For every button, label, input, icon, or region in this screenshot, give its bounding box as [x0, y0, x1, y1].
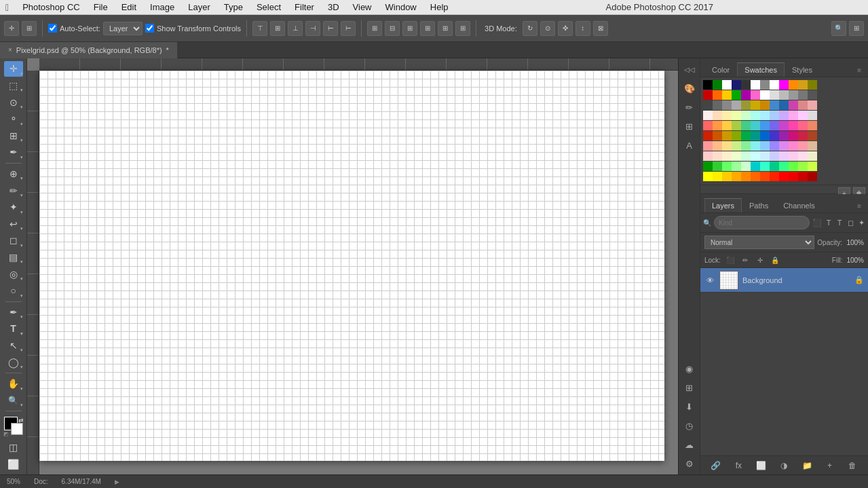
swatch-5-8[interactable] [779, 131, 789, 140]
swatch-1-7[interactable] [770, 90, 779, 100]
swatch-5-7[interactable] [770, 131, 779, 140]
panel-menu-btn[interactable]: ≡ [854, 64, 864, 77]
expand-collapse-btn[interactable]: ◁◁ [681, 61, 698, 77]
auto-select-label[interactable]: Auto-Select: [48, 24, 100, 33]
doc-tab-close[interactable]: × [8, 46, 12, 54]
new-group-btn[interactable]: 📁 [800, 459, 814, 472]
swatch-3-1[interactable] [713, 111, 722, 120]
filter-smart-btn[interactable]: ✦ [857, 217, 865, 229]
align-right2[interactable]: ⊢ [341, 21, 356, 36]
swatch-1-5[interactable] [751, 90, 760, 100]
background-color[interactable] [11, 423, 23, 435]
swatch-3-10[interactable] [798, 111, 808, 120]
delete-layer-btn[interactable]: 🗑 [846, 459, 859, 472]
menu-select[interactable]: Select [251, 1, 286, 14]
swatch-3-5[interactable] [751, 111, 760, 120]
swatch-4-10[interactable] [798, 121, 808, 130]
swatch-6-10[interactable] [798, 141, 808, 151]
swatch-9-8[interactable] [779, 172, 789, 181]
swatch-9-4[interactable] [741, 172, 751, 181]
3d-slide[interactable]: ↕ [575, 21, 590, 36]
swatch-8-0[interactable] [703, 162, 713, 171]
swatch-3-0[interactable] [703, 111, 713, 120]
swatch-2-3[interactable] [732, 100, 741, 110]
swatch-5-2[interactable] [722, 131, 732, 140]
swatch-4-0[interactable] [703, 121, 713, 130]
move-tool-options[interactable]: ✛ [4, 21, 19, 36]
swatch-4-9[interactable] [789, 121, 798, 130]
swatch-4-11[interactable] [808, 121, 817, 130]
brush-tool[interactable]: ✏ [4, 183, 23, 198]
healing-brush-tool[interactable]: ⊕ [4, 166, 23, 182]
distribute-right[interactable]: ⊞ [402, 21, 417, 36]
swatch-7-2[interactable] [722, 151, 732, 161]
swatch-4-3[interactable] [732, 121, 741, 130]
swatch-8-10[interactable] [798, 162, 808, 171]
swatch-6-6[interactable] [760, 141, 770, 151]
new-layer-btn[interactable]: + [823, 459, 837, 472]
swatch-9-7[interactable] [770, 172, 779, 181]
swatch-0-6[interactable] [760, 80, 770, 90]
distribute-hcenter[interactable]: ⊟ [385, 21, 400, 36]
swatch-0-10[interactable] [798, 80, 808, 90]
swatch-7-0[interactable] [703, 151, 713, 161]
swatch-4-6[interactable] [760, 121, 770, 130]
document-tab[interactable]: × Pixelgrid.psd @ 50% (Background, RGB/8… [0, 42, 178, 58]
swatch-8-8[interactable] [779, 162, 789, 171]
swatch-1-4[interactable] [741, 90, 751, 100]
swatch-8-6[interactable] [760, 162, 770, 171]
swatch-7-3[interactable] [732, 151, 741, 161]
move-tool[interactable]: ✛ [4, 61, 23, 77]
swatch-0-5[interactable] [751, 80, 760, 90]
default-colors-icon[interactable]: ◩ [3, 431, 9, 437]
swatch-4-2[interactable] [722, 121, 732, 130]
plugin-icon[interactable]: ⚙ [681, 455, 698, 472]
3d-view-icon[interactable]: ◉ [681, 360, 698, 377]
3d-rotate[interactable]: ↻ [523, 21, 537, 36]
history-panel-icon[interactable]: ◷ [681, 417, 698, 434]
swatch-2-11[interactable] [808, 100, 817, 110]
crop-tool[interactable]: ⊞ [4, 128, 23, 144]
filter-pixel-btn[interactable]: ⬛ [812, 217, 822, 229]
swatch-2-1[interactable] [713, 100, 722, 110]
swatch-2-9[interactable] [789, 100, 798, 110]
align-top[interactable]: ⊤ [252, 21, 267, 36]
zoom-tool[interactable]: 🔍 [4, 393, 23, 409]
lasso-tool[interactable]: ⊙ [4, 94, 23, 110]
swatch-9-2[interactable] [722, 172, 732, 181]
swatch-3-9[interactable] [789, 111, 798, 120]
swatch-7-10[interactable] [798, 151, 808, 161]
swatch-6-0[interactable] [703, 141, 713, 151]
swatch-9-1[interactable] [713, 172, 722, 181]
lock-transparent-btn[interactable]: ⬛ [725, 255, 736, 265]
menu-edit[interactable]: Edit [116, 1, 142, 14]
swatch-7-6[interactable] [760, 151, 770, 161]
swatch-6-9[interactable] [789, 141, 798, 151]
color-panel-icon[interactable]: 🎨 [681, 80, 698, 96]
swatch-4-7[interactable] [770, 121, 779, 130]
auto-select-dropdown[interactable]: Layer [103, 22, 143, 35]
swatch-7-8[interactable] [779, 151, 789, 161]
workspace-btn[interactable]: ⊞ [849, 21, 864, 36]
menu-type[interactable]: Type [219, 1, 248, 14]
swatch-5-3[interactable] [732, 131, 741, 140]
show-transform-checkbox[interactable] [145, 24, 154, 33]
align-left2[interactable]: ⊣ [305, 21, 320, 36]
swatch-5-11[interactable] [808, 131, 817, 140]
quick-mask-btn[interactable]: ◫ [4, 440, 23, 455]
swatch-8-11[interactable] [808, 162, 817, 171]
swatch-6-7[interactable] [770, 141, 779, 151]
cloud-docs-icon[interactable]: ☁ [681, 436, 698, 453]
timeline-icon[interactable]: ⊞ [681, 379, 698, 396]
swatch-7-7[interactable] [770, 151, 779, 161]
align-bottom[interactable]: ⊥ [288, 21, 303, 36]
eyedropper-tool[interactable]: ✒ [4, 145, 23, 160]
shape-tool[interactable]: ◯ [4, 354, 23, 370]
quick-select-tool[interactable]: ⚬ [4, 111, 23, 127]
path-selection-tool[interactable]: ↖ [4, 338, 23, 354]
swatch-2-10[interactable] [798, 100, 808, 110]
layer-item-background[interactable]: 👁 Background 🔒 [700, 268, 868, 293]
swatch-5-9[interactable] [789, 131, 798, 140]
swatch-6-2[interactable] [722, 141, 732, 151]
menu-filter[interactable]: Filter [289, 1, 320, 14]
